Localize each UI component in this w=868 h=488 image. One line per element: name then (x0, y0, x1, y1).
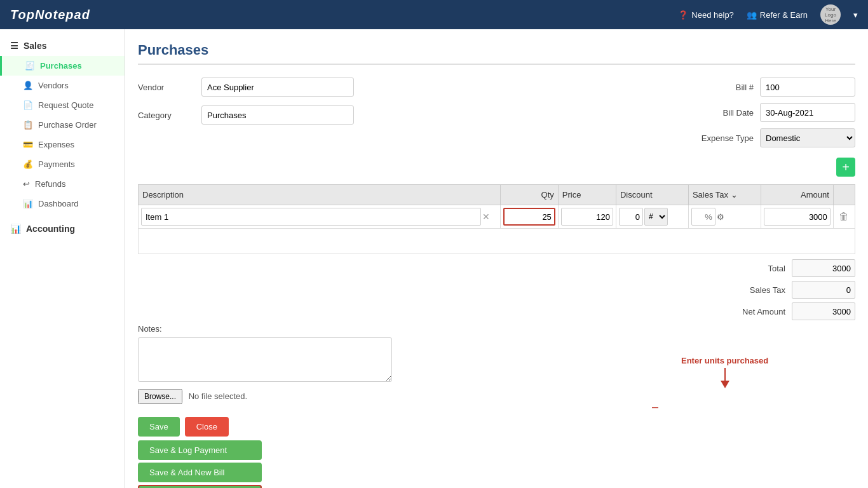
save-exit-row: Save & Exit (138, 485, 262, 488)
accounting-label: Accounting (26, 224, 75, 234)
bill-num-row: Bill # (652, 78, 855, 97)
clear-desc-button[interactable]: ✕ (482, 212, 490, 222)
sales-tax-gear-icon[interactable]: ⚙ (717, 212, 724, 222)
delete-cell: 🗑 (833, 205, 855, 229)
price-input[interactable] (561, 208, 613, 226)
payments-label: Payments (38, 159, 75, 169)
save-add-new-bill-row: Save & Add New Bill (138, 463, 262, 482)
amount-cell (761, 205, 833, 229)
bill-date-label: Bill Date (690, 108, 754, 118)
save-button[interactable]: Save (138, 417, 180, 437)
notes-textarea[interactable] (138, 337, 392, 382)
main-layout: ☰ Sales 🧾 Purchases 👤 Vendors 📄 Request … (0, 29, 868, 488)
vendor-input[interactable] (201, 78, 354, 97)
vendors-label: Vendors (38, 81, 69, 90)
save-log-payment-button[interactable]: Save & Log Payment (138, 440, 262, 460)
save-exit-button[interactable]: Save & Exit (138, 485, 262, 488)
accounting-icon: 📊 (10, 224, 21, 234)
sidebar: ☰ Sales 🧾 Purchases 👤 Vendors 📄 Request … (0, 29, 125, 488)
browse-button[interactable]: Browse... (138, 389, 182, 404)
header-price: Price (558, 185, 616, 205)
vendor-row: Vendor (138, 78, 627, 97)
qty-input[interactable] (503, 208, 555, 226)
avatar-dropdown-icon[interactable]: ▾ (853, 10, 858, 20)
qty-cell (500, 205, 558, 229)
help-link[interactable]: ❓ Need help? (678, 10, 734, 20)
expense-type-label: Expense Type (690, 133, 754, 143)
bill-date-row: Bill Date (652, 103, 855, 122)
sales-tax-input[interactable] (691, 208, 715, 226)
bill-num-input[interactable] (760, 78, 855, 97)
no-file-label: No file selected. (189, 391, 248, 401)
expenses-icon: 💳 (23, 140, 33, 149)
desc-input[interactable] (141, 208, 481, 226)
expenses-label: Expenses (38, 140, 74, 149)
purchases-icon: 🧾 (25, 61, 35, 71)
net-amount-label: Net Amount (728, 307, 785, 316)
sidebar-item-request-quote[interactable]: 📄 Request Quote (0, 95, 125, 115)
close-button[interactable]: Close (185, 417, 229, 437)
discount-type-select[interactable]: # % (644, 208, 668, 226)
avatar[interactable]: Your Logo Here (820, 4, 841, 25)
sales-tax-cell: ⚙ (688, 205, 761, 229)
page-title: Purchases (138, 42, 855, 65)
sidebar-item-refunds[interactable]: ↩ Refunds (0, 174, 125, 194)
category-row: Category (138, 105, 627, 125)
refer-link[interactable]: 👥 Refer & Earn (747, 10, 808, 20)
header-discount: Discount (616, 185, 688, 205)
header-amount: Amount (761, 185, 833, 205)
sidebar-item-expenses[interactable]: 💳 Expenses (0, 135, 125, 154)
delete-row-button[interactable]: 🗑 (839, 211, 849, 222)
purchases-label: Purchases (40, 61, 82, 71)
sales-tax-total-value[interactable] (792, 281, 855, 299)
primary-buttons-row: Save Close (138, 417, 262, 437)
header-delete (833, 185, 855, 205)
refunds-label: Refunds (35, 179, 65, 189)
total-label: Total (728, 264, 785, 273)
payments-icon: 💰 (23, 159, 33, 169)
category-input[interactable] (201, 105, 354, 125)
help-label: Need help? (691, 10, 734, 20)
app-logo: TopNotepad (10, 8, 90, 22)
sidebar-item-purchase-order[interactable]: 📋 Purchase Order (0, 115, 125, 135)
price-cell (558, 205, 616, 229)
sidebar-section-sales[interactable]: ☰ Sales (0, 36, 125, 56)
net-amount-value[interactable] (792, 302, 855, 320)
top-navigation: TopNotepad ❓ Need help? 👥 Refer & Earn Y… (0, 0, 868, 29)
discount-cell-td: # % (616, 205, 688, 229)
right-form-fields: Bill # Bill Date Expense Type Domestic I… (652, 78, 855, 147)
buttons-section: Save Close Save & Log Payment Save & Add… (138, 417, 262, 488)
sidebar-item-dashboard[interactable]: 📊 Dashboard (0, 194, 125, 214)
refer-icon: 👥 (747, 10, 757, 20)
sidebar-item-vendors[interactable]: 👤 Vendors (0, 76, 125, 95)
sidebar-section-accounting[interactable]: 📊 Accounting (0, 219, 125, 239)
topnav-right: ❓ Need help? 👥 Refer & Earn Your Logo He… (678, 4, 858, 25)
sales-icon: ☰ (10, 41, 18, 51)
sidebar-item-purchases[interactable]: 🧾 Purchases (0, 56, 125, 76)
form-section: Vendor Category Bill # (138, 78, 855, 147)
sidebar-item-payments[interactable]: 💰 Payments (0, 154, 125, 174)
vendor-group: Vendor (138, 78, 354, 97)
total-value[interactable] (792, 259, 855, 277)
vendors-icon: 👤 (23, 81, 33, 90)
purchase-order-icon: 📋 (23, 120, 33, 130)
sales-tax-total-label: Sales Tax (728, 285, 785, 295)
amount-input[interactable] (764, 208, 831, 226)
header-description: Description (139, 185, 501, 205)
table-row: ✕ # (139, 205, 855, 229)
left-form-fields: Vendor Category (138, 78, 627, 147)
notes-label: Notes: (138, 324, 855, 334)
bill-date-input[interactable] (760, 103, 855, 122)
avatar-label: Your Logo Here (820, 6, 841, 24)
dash-separator: – (652, 400, 658, 414)
discount-input[interactable] (619, 208, 643, 226)
total-row: Total (652, 259, 855, 277)
help-icon: ❓ (678, 10, 688, 20)
header-qty: Qty (500, 185, 558, 205)
expense-type-select[interactable]: Domestic International (760, 128, 855, 147)
main-content: Purchases Vendor Category (125, 29, 868, 488)
category-label: Category (138, 111, 195, 120)
save-add-new-bill-button[interactable]: Save & Add New Bill (138, 463, 262, 482)
add-item-button[interactable]: + (836, 158, 855, 177)
sales-label: Sales (24, 41, 47, 51)
